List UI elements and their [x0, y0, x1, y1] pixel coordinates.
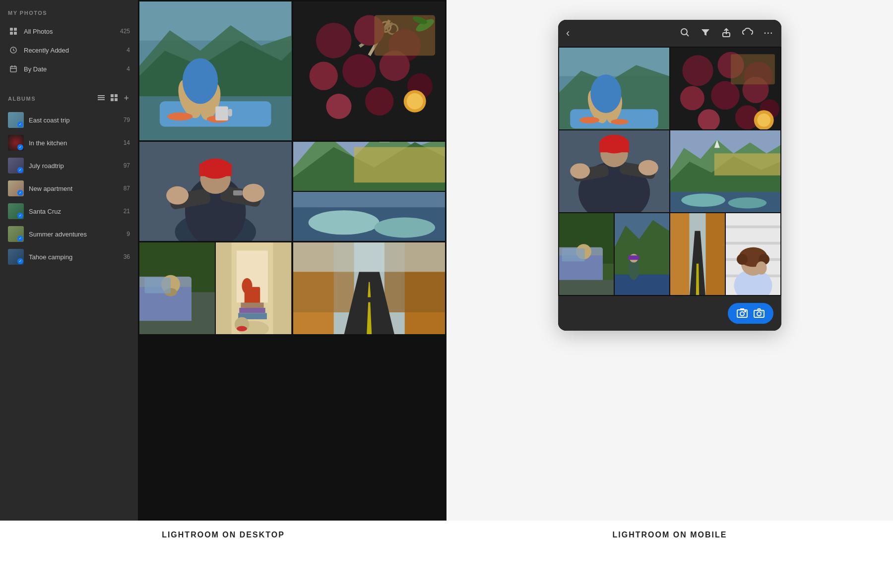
mobile-back-button[interactable]: ‹: [566, 27, 570, 40]
mobile-photo-fruits[interactable]: [670, 48, 780, 129]
svg-point-90: [237, 326, 247, 332]
mobile-photo-autumn-mountain[interactable]: [615, 213, 669, 295]
album-item-summer-adventures[interactable]: ✓ Summer adventures 9: [0, 223, 138, 245]
svg-rect-59: [233, 190, 242, 195]
desktop-photo-grid: [138, 0, 446, 521]
album-label-in-the-kitchen: In the kitchen: [29, 139, 124, 147]
album-item-july-roadtrip[interactable]: ✓ July roadtrip 97: [0, 154, 138, 177]
album-thumb-santa-cruz: ✓: [8, 203, 24, 219]
mobile-photo-autumn-road[interactable]: [670, 213, 725, 295]
my-photos-heading: MY PHOTOS: [0, 10, 138, 22]
svg-rect-79: [145, 278, 171, 294]
svg-rect-99: [293, 242, 446, 272]
album-count-in-the-kitchen: 14: [124, 139, 130, 146]
svg-point-174: [737, 254, 748, 265]
photo-autumn-road[interactable]: [293, 242, 446, 334]
svg-point-178: [740, 312, 744, 316]
mobile-photo-mountains-boats[interactable]: [670, 130, 780, 212]
svg-point-24: [167, 113, 192, 120]
svg-point-100: [681, 29, 687, 35]
albums-heading: ALBUMS: [8, 96, 97, 102]
svg-point-132: [638, 160, 658, 176]
mobile-filter-icon[interactable]: [701, 27, 710, 39]
svg-rect-13: [115, 94, 118, 97]
album-item-tahoe-camping[interactable]: ✓ Tahoe camping 36: [0, 245, 138, 268]
mobile-photo-grid: [558, 47, 781, 296]
photo-fruits[interactable]: [293, 1, 446, 140]
mobile-cloud-icon[interactable]: [742, 27, 753, 39]
mobile-photo-truck[interactable]: [559, 213, 614, 295]
photo-mountains-boats[interactable]: [293, 142, 446, 241]
album-item-santa-cruz[interactable]: ✓ Santa Cruz 21: [0, 200, 138, 223]
recently-added-count: 4: [127, 47, 130, 54]
svg-point-44: [406, 93, 423, 110]
mobile-more-icon[interactable]: ···: [764, 29, 773, 38]
svg-rect-2: [10, 32, 13, 35]
svg-rect-162: [706, 213, 725, 295]
svg-rect-159: [629, 255, 639, 260]
svg-rect-65: [354, 147, 445, 183]
photo-boats: [293, 192, 446, 241]
svg-rect-1: [14, 28, 17, 31]
album-item-new-apartment[interactable]: ✓ New apartment 87: [0, 177, 138, 200]
grid-view-button[interactable]: [110, 93, 119, 104]
svg-rect-161: [670, 213, 690, 295]
all-photos-label: All Photos: [24, 28, 120, 35]
mobile-search-icon[interactable]: [680, 27, 690, 39]
svg-point-181: [744, 310, 746, 312]
mobile-photo-kayak[interactable]: [559, 48, 669, 129]
photo-person-red-hat[interactable]: [139, 142, 292, 241]
photo-truck: [139, 242, 215, 334]
album-item-in-the-kitchen[interactable]: ✓ In the kitchen 14: [0, 131, 138, 154]
photo-kayak[interactable]: [139, 1, 292, 140]
album-label-east-coast-trip: East coast trip: [29, 117, 124, 124]
album-check-icon: ✓: [17, 144, 23, 150]
svg-point-37: [309, 62, 337, 90]
mobile-photo-person-red-hat[interactable]: [559, 130, 669, 212]
svg-rect-27: [215, 107, 228, 121]
person-red-hat-svg: [139, 142, 292, 241]
svg-rect-86: [241, 302, 264, 308]
svg-point-143: [681, 193, 725, 207]
by-date-count: 4: [127, 65, 130, 72]
album-check-icon: ✓: [17, 258, 23, 264]
albums-header: ALBUMS: [0, 88, 138, 109]
mobile-app-label: LIGHTROOM ON MOBILE: [446, 530, 893, 539]
add-album-button[interactable]: +: [123, 92, 130, 105]
sidebar-item-by-date[interactable]: By Date 4: [0, 59, 138, 78]
svg-rect-9: [98, 95, 105, 96]
by-date-icon: [8, 63, 19, 74]
photo-truck-dog[interactable]: [139, 242, 292, 334]
mobile-bottom-bar: [558, 296, 781, 331]
svg-point-118: [680, 86, 704, 111]
album-count-summer-adventures: 9: [127, 231, 130, 237]
mobile-device: ‹: [558, 20, 781, 331]
album-count-santa-cruz: 21: [124, 208, 130, 215]
svg-rect-168: [726, 242, 780, 245]
album-check-icon: ✓: [17, 190, 23, 196]
svg-rect-156: [615, 275, 669, 295]
svg-point-34: [316, 23, 351, 59]
list-view-button[interactable]: [97, 93, 106, 104]
mobile-photo-woman[interactable]: [726, 213, 780, 295]
album-count-july-roadtrip: 97: [124, 162, 130, 169]
svg-rect-15: [115, 98, 118, 101]
mobile-fab[interactable]: [728, 303, 773, 324]
sidebar-item-all-photos[interactable]: All Photos 425: [0, 22, 138, 41]
svg-point-69: [374, 218, 435, 238]
svg-point-119: [711, 81, 740, 110]
album-check-icon: ✓: [17, 213, 23, 219]
svg-rect-11: [98, 99, 105, 100]
album-check-icon: ✓: [17, 167, 23, 173]
svg-rect-141: [714, 153, 780, 175]
photo-mountains-top: [293, 142, 446, 191]
album-count-east-coast-trip: 79: [124, 117, 130, 123]
album-item-east-coast-trip[interactable]: ✓ East coast trip 79: [0, 109, 138, 131]
sidebar-item-recently-added[interactable]: Recently Added 4: [0, 41, 138, 59]
album-thumb-summer-adventures: ✓: [8, 226, 24, 242]
mobile-share-icon[interactable]: [721, 27, 731, 39]
photo-window-dog: [216, 242, 291, 334]
svg-rect-85: [240, 308, 266, 313]
svg-rect-126: [731, 54, 775, 84]
svg-rect-58: [199, 164, 232, 176]
